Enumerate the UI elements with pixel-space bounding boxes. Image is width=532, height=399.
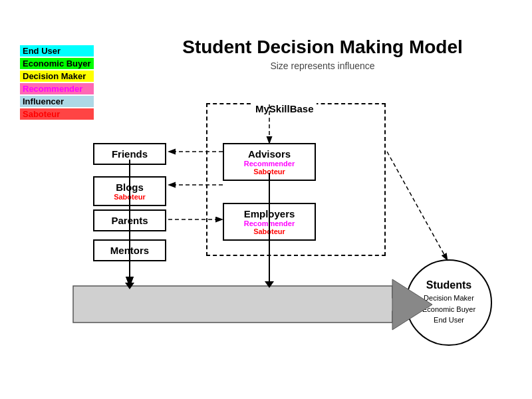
node-parents: Parents xyxy=(93,209,166,231)
node-blogs: Blogs Saboteur xyxy=(93,176,166,206)
blogs-role: Saboteur xyxy=(101,193,158,201)
parents-title: Parents xyxy=(101,215,158,226)
svg-marker-6 xyxy=(125,283,134,289)
node-friends: Friends xyxy=(93,143,166,165)
students-role3: End User xyxy=(434,316,464,324)
employers-title: Employers xyxy=(231,208,308,219)
students-circle: Students Decision Maker Economic Buyer E… xyxy=(406,259,492,346)
mentors-title: Mentors xyxy=(101,245,158,256)
myskillbase-label: MySkillBase xyxy=(253,103,317,114)
legend-saboteur: Saboteur xyxy=(20,108,94,120)
students-role2: Economic Buyer xyxy=(422,305,475,313)
friends-title: Friends xyxy=(101,148,158,160)
advisors-title: Advisors xyxy=(231,148,308,160)
legend-end-user: End User xyxy=(20,45,94,57)
subtitle: Size represents influence xyxy=(133,61,512,71)
advisors-role1: Recommender xyxy=(231,160,308,168)
svg-line-14 xyxy=(387,152,447,259)
title-area: Student Decision Making Model Size repre… xyxy=(133,37,512,71)
legend-influencer: Influencer xyxy=(20,96,94,107)
page-title: Student Decision Making Model xyxy=(133,37,512,58)
node-advisors: Advisors Recommender Saboteur xyxy=(223,143,316,181)
students-role1: Decision Maker xyxy=(424,294,474,302)
employers-role1: Recommender xyxy=(231,219,308,227)
advisors-role2: Saboteur xyxy=(231,168,308,176)
node-employers: Employers Recommender Saboteur xyxy=(223,203,316,241)
node-mentors: Mentors xyxy=(93,239,166,261)
svg-marker-8 xyxy=(265,281,274,288)
legend: End User Economic Buyer Decision Maker R… xyxy=(20,45,94,120)
blogs-title: Blogs xyxy=(101,182,158,193)
svg-marker-0 xyxy=(73,286,419,323)
legend-decision-maker: Decision Maker xyxy=(20,70,94,82)
employers-role2: Saboteur xyxy=(231,227,308,235)
legend-economic-buyer: Economic Buyer xyxy=(20,58,94,69)
legend-recommender: Recommender xyxy=(20,83,94,94)
students-roles: Decision Maker Economic Buyer End User xyxy=(422,293,475,326)
students-title: Students xyxy=(426,279,471,291)
